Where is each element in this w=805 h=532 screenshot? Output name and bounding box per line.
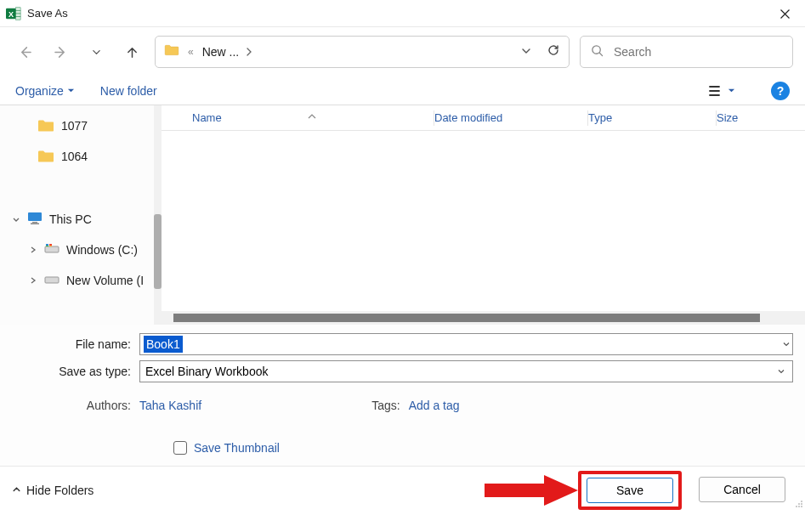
sidebar-folder-1064[interactable]: 1064 bbox=[0, 141, 162, 172]
excel-app-icon: X bbox=[5, 5, 22, 22]
column-size[interactable]: Size bbox=[717, 111, 805, 124]
sidebar-drive-c[interactable]: Windows (C:) bbox=[0, 235, 162, 265]
svg-point-20 bbox=[798, 506, 800, 507]
save-thumbnail-label[interactable]: Save Thumbnail bbox=[194, 441, 280, 455]
svg-point-16 bbox=[801, 501, 802, 502]
folder-icon bbox=[164, 44, 179, 59]
chevron-down-icon[interactable] bbox=[782, 337, 792, 351]
save-thumbnail-checkbox[interactable] bbox=[173, 441, 187, 455]
svg-rect-5 bbox=[16, 16, 20, 20]
form-area: File name: Book1 Save as type: Excel Bin… bbox=[0, 325, 805, 466]
organize-button[interactable]: Organize bbox=[15, 84, 75, 98]
chevron-right-icon[interactable] bbox=[246, 44, 252, 59]
svg-rect-7 bbox=[28, 212, 42, 221]
file-name-input[interactable]: Book1 bbox=[139, 333, 793, 355]
new-folder-button[interactable]: New folder bbox=[100, 84, 157, 98]
path-separator-icon: « bbox=[188, 46, 194, 58]
cancel-button[interactable]: Cancel bbox=[699, 477, 785, 502]
breadcrumb-segment[interactable]: New ... bbox=[202, 45, 240, 59]
column-date[interactable]: Date modified bbox=[434, 111, 587, 124]
tags-value[interactable]: Add a tag bbox=[409, 399, 460, 412]
file-list: Name Date modified Type Size bbox=[162, 105, 805, 325]
window-title: Save As bbox=[27, 7, 68, 20]
save-type-value: Excel Binary Workbook bbox=[145, 365, 268, 378]
resize-grip-icon[interactable] bbox=[793, 496, 803, 512]
authors-label: Authors: bbox=[12, 399, 131, 412]
svg-point-18 bbox=[801, 503, 802, 505]
authors-value[interactable]: Taha Kashif bbox=[139, 399, 201, 412]
svg-rect-12 bbox=[49, 244, 52, 246]
close-button[interactable] bbox=[768, 2, 802, 25]
svg-rect-9 bbox=[31, 223, 39, 224]
svg-rect-4 bbox=[16, 14, 20, 17]
history-dropdown-button[interactable] bbox=[83, 39, 109, 65]
help-button[interactable]: ? bbox=[771, 82, 790, 100]
up-button[interactable] bbox=[119, 39, 145, 65]
file-name-value: Book1 bbox=[144, 336, 183, 353]
annotation-highlight-box: Save bbox=[578, 471, 682, 510]
sidebar: 1077 1064 This PC Windows (C:) New bbox=[0, 105, 162, 325]
search-icon bbox=[591, 44, 604, 60]
chevron-down-icon[interactable] bbox=[777, 365, 787, 378]
refresh-button[interactable] bbox=[547, 43, 560, 60]
toolbar: Organize New folder ? bbox=[0, 76, 805, 105]
sidebar-drive-label: Windows (C:) bbox=[66, 243, 138, 257]
titlebar: X Save As bbox=[0, 0, 805, 27]
address-bar[interactable]: « New ... bbox=[155, 36, 570, 68]
svg-rect-14 bbox=[49, 246, 52, 246]
column-type[interactable]: Type bbox=[588, 111, 716, 124]
svg-point-21 bbox=[801, 506, 802, 507]
column-header-row: Name Date modified Type Size bbox=[162, 105, 805, 131]
drive-icon bbox=[44, 243, 60, 258]
nav-row: « New ... bbox=[0, 27, 805, 76]
search-input[interactable] bbox=[612, 44, 782, 59]
column-name[interactable]: Name bbox=[162, 111, 434, 124]
svg-rect-15 bbox=[45, 277, 59, 283]
search-box[interactable] bbox=[580, 36, 793, 68]
sidebar-folder-label: 1077 bbox=[61, 119, 88, 133]
svg-rect-13 bbox=[46, 246, 48, 246]
main-area: 1077 1064 This PC Windows (C:) New bbox=[0, 105, 805, 325]
svg-rect-3 bbox=[16, 10, 20, 14]
address-history-dropdown[interactable] bbox=[521, 44, 531, 59]
file-name-label: File name: bbox=[12, 337, 131, 351]
sidebar-drive-i[interactable]: New Volume (I bbox=[0, 265, 162, 296]
svg-rect-10 bbox=[45, 246, 59, 252]
svg-rect-11 bbox=[46, 244, 48, 246]
svg-point-19 bbox=[796, 506, 797, 507]
monitor-icon bbox=[27, 212, 43, 228]
sidebar-scrollbar-thumb[interactable] bbox=[154, 214, 162, 289]
svg-point-6 bbox=[592, 45, 600, 53]
drive-icon bbox=[44, 274, 60, 287]
hscrollbar-track[interactable] bbox=[162, 311, 805, 325]
sidebar-drive-label: New Volume (I bbox=[66, 274, 144, 287]
annotation-arrow-icon bbox=[485, 475, 578, 506]
view-button[interactable] bbox=[709, 85, 735, 97]
svg-text:X: X bbox=[9, 9, 14, 18]
sidebar-folder-label: 1064 bbox=[61, 150, 88, 163]
sort-indicator-icon bbox=[308, 109, 316, 122]
svg-rect-8 bbox=[32, 222, 37, 224]
sidebar-this-pc-label: This PC bbox=[49, 212, 92, 226]
svg-rect-2 bbox=[16, 7, 20, 10]
tags-label: Tags: bbox=[371, 399, 400, 412]
save-type-label: Save as type: bbox=[12, 365, 131, 378]
forward-button[interactable] bbox=[48, 39, 73, 65]
back-button[interactable] bbox=[12, 39, 37, 65]
hscrollbar-thumb[interactable] bbox=[173, 314, 760, 322]
svg-point-17 bbox=[798, 503, 800, 505]
sidebar-folder-1077[interactable]: 1077 bbox=[0, 110, 162, 141]
save-type-dropdown[interactable]: Excel Binary Workbook bbox=[139, 360, 793, 382]
save-button[interactable]: Save bbox=[587, 478, 673, 503]
footer: Hide Folders Save Cancel bbox=[0, 466, 805, 513]
sidebar-this-pc[interactable]: This PC bbox=[0, 204, 162, 235]
file-list-body[interactable] bbox=[162, 131, 805, 311]
hide-folders-button[interactable]: Hide Folders bbox=[12, 484, 94, 497]
